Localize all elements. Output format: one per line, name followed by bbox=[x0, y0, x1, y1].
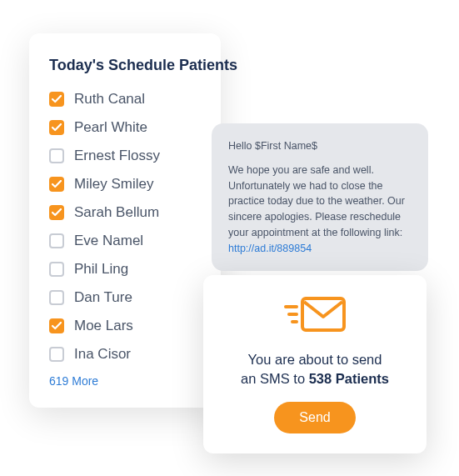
patient-row: Moe Lars bbox=[49, 318, 201, 334]
patient-checkbox[interactable] bbox=[49, 120, 64, 135]
message-link[interactable]: http://ad.it/889854 bbox=[228, 243, 312, 254]
send-text: You are about to send an SMS to 538 Pati… bbox=[220, 350, 410, 388]
patient-checkbox[interactable] bbox=[49, 233, 64, 248]
patient-name: Dan Ture bbox=[74, 289, 132, 306]
schedule-title: Today's Schedule Patients bbox=[49, 57, 201, 74]
patient-checkbox[interactable] bbox=[49, 290, 64, 305]
message-bubble: Hello $First Name$ We hope you are safe … bbox=[212, 123, 428, 271]
patient-row: Sarah Bellum bbox=[49, 204, 201, 221]
send-button[interactable]: Send bbox=[274, 402, 355, 433]
patient-row: Dan Ture bbox=[49, 289, 201, 306]
more-link[interactable]: 619 More bbox=[49, 374, 201, 388]
patient-row: Ernest Flossy bbox=[49, 148, 201, 164]
patient-checkbox[interactable] bbox=[49, 347, 64, 362]
patient-row: Eve Namel bbox=[49, 233, 201, 249]
message-body: We hope you are safe and well. Unfortuna… bbox=[228, 163, 412, 257]
patient-row: Ina Cisor bbox=[49, 346, 201, 363]
patient-name: Ernest Flossy bbox=[74, 148, 160, 164]
patient-row: Phil Ling bbox=[49, 261, 201, 278]
patient-name: Miley Smiley bbox=[74, 176, 153, 193]
patient-checkbox[interactable] bbox=[49, 148, 64, 163]
send-mail-icon bbox=[220, 295, 410, 338]
patient-row: Ruth Canal bbox=[49, 91, 201, 108]
patient-checkbox[interactable] bbox=[49, 205, 64, 220]
patient-name: Sarah Bellum bbox=[74, 204, 159, 221]
patient-name: Ina Cisor bbox=[74, 346, 131, 363]
svg-rect-0 bbox=[302, 298, 344, 330]
send-count: 538 Patients bbox=[309, 371, 389, 386]
patient-name: Phil Ling bbox=[74, 261, 128, 278]
patient-list: Ruth CanalPearl WhiteErnest FlossyMiley … bbox=[49, 91, 201, 363]
patient-row: Miley Smiley bbox=[49, 176, 201, 193]
patient-checkbox[interactable] bbox=[49, 262, 64, 277]
message-greeting: Hello $First Name$ bbox=[228, 138, 412, 154]
patient-checkbox[interactable] bbox=[49, 92, 64, 107]
patient-name: Eve Namel bbox=[74, 233, 143, 249]
patient-name: Ruth Canal bbox=[74, 91, 145, 108]
patient-checkbox[interactable] bbox=[49, 177, 64, 192]
patient-name: Moe Lars bbox=[74, 318, 133, 334]
patient-name: Pearl White bbox=[74, 119, 147, 136]
patient-row: Pearl White bbox=[49, 119, 201, 136]
send-card: You are about to send an SMS to 538 Pati… bbox=[203, 275, 427, 453]
patient-checkbox[interactable] bbox=[49, 318, 64, 333]
schedule-card: Today's Schedule Patients Ruth CanalPear… bbox=[29, 33, 221, 408]
